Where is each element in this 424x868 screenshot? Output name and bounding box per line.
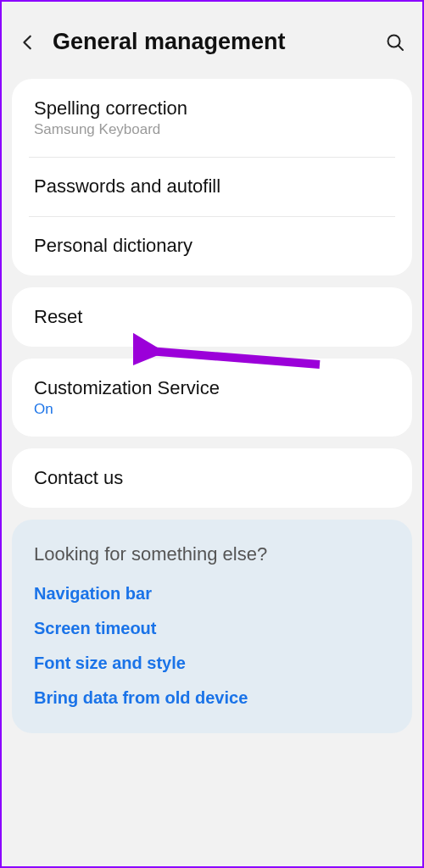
link-navigation-bar[interactable]: Navigation bar bbox=[34, 584, 390, 604]
item-reset[interactable]: Reset bbox=[12, 287, 412, 347]
item-title: Reset bbox=[34, 306, 390, 328]
link-screen-timeout[interactable]: Screen timeout bbox=[34, 619, 390, 638]
settings-group-customization: Customization Service On bbox=[12, 359, 412, 437]
item-title: Passwords and autofill bbox=[34, 175, 390, 198]
settings-group-reset: Reset bbox=[12, 287, 412, 347]
settings-group-contact: Contact us bbox=[12, 448, 412, 508]
item-subtitle: Samsung Keyboard bbox=[34, 121, 390, 138]
item-title: Contact us bbox=[34, 467, 390, 489]
search-icon[interactable] bbox=[385, 32, 405, 53]
link-bring-data[interactable]: Bring data from old device bbox=[34, 688, 390, 708]
suggestion-heading: Looking for something else? bbox=[34, 543, 390, 565]
suggestion-panel: Looking for something else? Navigation b… bbox=[12, 520, 412, 733]
svg-line-1 bbox=[399, 45, 404, 50]
link-font-size-style[interactable]: Font size and style bbox=[34, 654, 390, 673]
item-status: On bbox=[34, 401, 390, 418]
item-spelling-correction[interactable]: Spelling correction Samsung Keyboard bbox=[12, 79, 412, 157]
item-title: Personal dictionary bbox=[34, 235, 390, 257]
item-contact-us[interactable]: Contact us bbox=[12, 448, 412, 508]
item-passwords-autofill[interactable]: Passwords and autofill bbox=[12, 157, 412, 216]
item-title: Customization Service bbox=[34, 377, 390, 399]
header: General management bbox=[12, 12, 412, 79]
item-personal-dictionary[interactable]: Personal dictionary bbox=[12, 216, 412, 275]
back-icon[interactable] bbox=[19, 33, 37, 52]
settings-group-input: Spelling correction Samsung Keyboard Pas… bbox=[12, 79, 412, 275]
item-customization-service[interactable]: Customization Service On bbox=[12, 359, 412, 437]
item-title: Spelling correction bbox=[34, 97, 390, 120]
page-title: General management bbox=[53, 29, 385, 55]
